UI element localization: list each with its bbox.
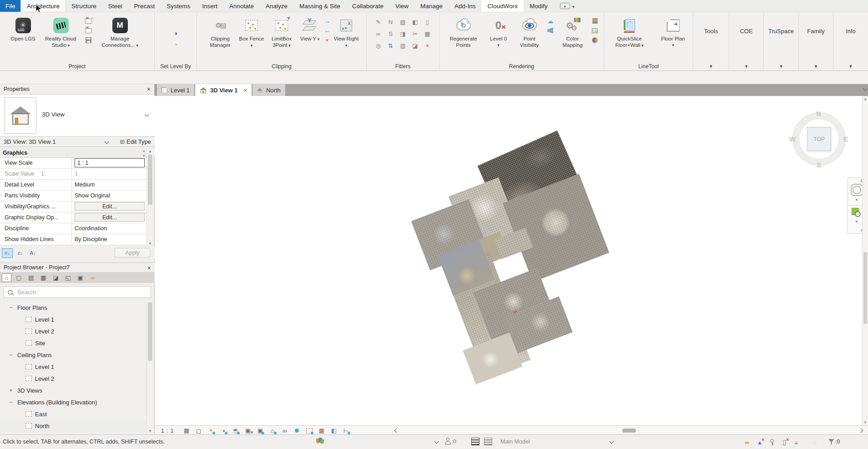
window-fit-icon[interactable]: ▥ <box>397 40 409 51</box>
duct-icon[interactable]: S <box>385 28 397 40</box>
clipping-manager-button[interactable]: Clipping Manager <box>204 15 237 49</box>
door-fit-icon[interactable]: ◨ <box>397 28 409 40</box>
analytical-model-icon[interactable] <box>328 427 340 435</box>
open-file-icon[interactable] <box>85 17 93 25</box>
property-value[interactable]: Show Original <box>72 191 146 201</box>
scroll-right-icon[interactable] <box>859 429 863 433</box>
tab-overflow-chevron[interactable] <box>863 86 868 91</box>
panel-coe-caret[interactable] <box>729 64 763 69</box>
set-level-points-icon[interactable]: ◔ <box>172 41 179 48</box>
column-icon[interactable]: ▯ <box>422 16 434 28</box>
tab-insert[interactable]: Insert <box>196 0 223 12</box>
design-option-select[interactable]: Main Model <box>500 439 530 445</box>
view-y-button[interactable]: View Y <box>298 15 321 43</box>
horizontal-scrollbar-thumb[interactable] <box>622 429 636 433</box>
limitbox-3point-button[interactable]: LimitBox 3Point <box>267 15 297 49</box>
scrollbar-thumb[interactable] <box>863 252 867 324</box>
section-remove-icon[interactable]: × <box>323 36 331 44</box>
close-icon[interactable]: × <box>147 86 151 93</box>
scroll-up-icon[interactable]: ▲ <box>863 97 868 101</box>
steering-wheel-icon[interactable] <box>851 184 863 196</box>
sun-path-icon[interactable] <box>205 427 217 435</box>
chevron-down-icon[interactable] <box>572 3 575 10</box>
collapse-icon[interactable]: − <box>8 352 14 358</box>
tab-structure[interactable]: Structure <box>66 0 102 12</box>
dimension-icon[interactable]: ⇅ <box>385 40 397 51</box>
box-fence-button[interactable]: Box Fence <box>238 15 265 49</box>
main-model-chevron[interactable] <box>610 439 614 444</box>
selection-filter-icon[interactable]: ▢ <box>14 273 24 282</box>
close-icon[interactable]: × <box>147 264 151 272</box>
panel-info-caret[interactable] <box>833 64 868 69</box>
property-value[interactable]: 1 : 1 <box>72 158 146 168</box>
schedules-icon[interactable]: ▤ <box>26 273 36 282</box>
table-row[interactable]: Detail Level Medium <box>0 180 146 191</box>
colorbar-icon[interactable] <box>591 17 599 25</box>
properties-header[interactable]: Properties × <box>0 84 154 95</box>
panel-label-linetool[interactable]: LineTool <box>604 63 693 70</box>
file-menu-button[interactable]: File <box>0 0 21 12</box>
scrollbar-thumb[interactable] <box>148 303 152 361</box>
floor-plan-button[interactable]: Floor Plan <box>657 15 689 48</box>
scale-button[interactable]: 1 : 1 <box>161 428 174 434</box>
chevron-down-icon[interactable] <box>145 112 149 117</box>
compass-west[interactable]: W <box>789 135 796 143</box>
render-dialog-icon[interactable] <box>229 427 242 435</box>
tab-modify[interactable]: Modify <box>524 0 554 12</box>
view-tab-level-1[interactable]: Level 1 <box>157 84 194 96</box>
crop-view-icon[interactable]: × <box>242 427 254 435</box>
sort-descending-button[interactable] <box>15 248 25 258</box>
surface-icon[interactable]: ▧ <box>397 16 409 28</box>
compass-south[interactable]: S <box>817 161 821 169</box>
palette-icon[interactable] <box>591 36 599 44</box>
property-value[interactable]: Medium <box>72 180 146 190</box>
temporary-hide-isolate-icon[interactable] <box>291 427 303 435</box>
panel-label-family[interactable]: Family <box>799 28 833 35</box>
active-option-icon[interactable] <box>484 438 492 445</box>
search-box[interactable] <box>4 286 151 298</box>
visual-style-icon[interactable] <box>192 427 205 435</box>
panel-label-project[interactable]: Project <box>0 63 154 70</box>
unlink-icon[interactable]: × <box>422 40 434 51</box>
scroll-down-icon[interactable]: ▼ <box>863 420 868 424</box>
zoom-tool-icon[interactable] <box>852 208 859 215</box>
chevron-down-icon[interactable]: ▼ <box>855 198 858 202</box>
level-0-button[interactable]: Level 0 <box>484 15 513 48</box>
edit-type-button[interactable]: Edit Type <box>120 138 151 145</box>
tab-systems[interactable]: Systems <box>161 0 196 12</box>
open-lgs-button[interactable]: LGS Open LGS <box>9 15 37 43</box>
tree-item-ceiling-plans[interactable]: − Ceiling Plans <box>0 349 146 361</box>
tree-item-3d-views[interactable]: + 3D Views <box>0 384 146 396</box>
edit-button[interactable]: Edit... <box>75 213 145 222</box>
scroll-down-icon[interactable]: ▼ <box>147 429 153 433</box>
exclude-options-icon[interactable]: × <box>755 438 764 446</box>
shadows-icon[interactable] <box>217 427 229 435</box>
trim-icon[interactable]: ✂ <box>409 28 421 40</box>
chevron-down-icon[interactable] <box>105 140 109 144</box>
selection-box-icon[interactable] <box>303 427 315 435</box>
sort-ascending-button[interactable] <box>27 248 38 258</box>
search-input[interactable] <box>16 288 147 296</box>
collapse-icon[interactable]: − <box>8 399 14 405</box>
cloud-wifi-icon[interactable] <box>546 17 555 25</box>
type-selector[interactable]: 3D View <box>0 95 155 136</box>
panel-label-fitters[interactable]: Fitters <box>367 63 439 70</box>
drag-on-selection-icon[interactable] <box>792 438 801 446</box>
graphics-section-header[interactable]: Graphics ⌃⌃ <box>0 148 155 158</box>
collapse-icon[interactable]: − <box>8 304 14 311</box>
close-tab-icon[interactable]: × <box>243 87 247 94</box>
reality-cloud-studio-button[interactable]: Reality Cloud Studio <box>39 15 83 49</box>
point-visibility-button[interactable]: Point Visibility <box>515 15 545 49</box>
browser-scrollbar[interactable]: ▼ <box>146 302 153 434</box>
pipe-fitter-icon[interactable]: ✎ <box>373 16 384 28</box>
manage-connections-button[interactable]: M Manage Connections... <box>95 15 146 49</box>
tab-annotate[interactable]: Annotate <box>223 0 260 12</box>
select-underlay-icon[interactable]: × <box>780 438 789 446</box>
view-tab-3d-view-1[interactable]: 3D View 1 × <box>195 84 252 96</box>
canvas-vertical-scrollbar[interactable]: ▲ ▼ <box>862 96 868 425</box>
editable-only-icon[interactable]: :0 <box>445 438 457 445</box>
properties-scrollbar[interactable]: ▲ ▼ <box>146 148 153 247</box>
tab-architecture[interactable]: Architecture <box>21 0 66 12</box>
tab-steel[interactable]: Steel <box>102 0 128 12</box>
table-row[interactable]: View Scale 1 : 1 <box>0 158 146 169</box>
